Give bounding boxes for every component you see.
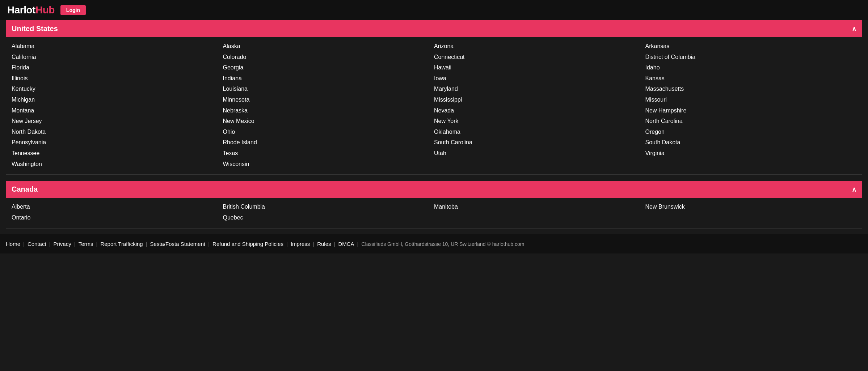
footer-divider: | <box>313 241 314 247</box>
footer: Home|Contact|Privacy|Terms|Report Traffi… <box>0 234 868 253</box>
state-link[interactable]: North Dakota <box>12 127 223 137</box>
state-link[interactable]: Nevada <box>434 106 645 115</box>
header: HarlotHub Login <box>0 0 868 20</box>
footer-link-contact[interactable]: Contact <box>28 241 46 247</box>
canada-section-chevron: ∧ <box>852 186 856 193</box>
state-link[interactable]: Illinois <box>12 74 223 83</box>
login-button[interactable]: Login <box>60 5 86 15</box>
state-link[interactable]: Kentucky <box>12 84 223 94</box>
state-link[interactable]: California <box>12 52 223 62</box>
state-link[interactable]: Idaho <box>645 63 857 72</box>
state-link[interactable]: Louisiana <box>223 84 434 94</box>
footer-divider: | <box>146 241 147 247</box>
state-link[interactable]: District of Columbia <box>645 52 857 62</box>
state-link[interactable]: Oregon <box>645 127 857 137</box>
footer-link-home[interactable]: Home <box>6 241 20 247</box>
state-link[interactable]: Mississippi <box>434 95 645 105</box>
us-section-title: United States <box>12 25 58 33</box>
state-link[interactable]: South Carolina <box>434 138 645 147</box>
state-link[interactable]: New Jersey <box>12 116 223 126</box>
canada-column-4: New Brunswick <box>645 202 857 222</box>
state-link[interactable]: New Hampshire <box>645 106 857 115</box>
footer-company: Classifieds GmbH, Gotthardstrasse 10, UR… <box>362 241 524 247</box>
state-link[interactable]: Colorado <box>223 52 434 62</box>
state-link[interactable]: Georgia <box>223 63 434 72</box>
province-link[interactable]: New Brunswick <box>645 202 857 212</box>
us-column-3: ArizonaConnecticutHawaiiIowaMarylandMiss… <box>434 42 645 169</box>
us-section: United States ∧ AlabamaCaliforniaFlorida… <box>6 20 862 175</box>
canada-state-grid: AlbertaOntario British ColumbiaQuebec Ma… <box>6 198 862 229</box>
state-link[interactable]: Washington <box>12 159 223 169</box>
footer-divider: | <box>49 241 51 247</box>
state-link[interactable]: Alabama <box>12 42 223 51</box>
state-link[interactable]: Missouri <box>645 95 857 105</box>
state-link[interactable]: Virginia <box>645 149 857 158</box>
canada-section-title: Canada <box>12 185 38 193</box>
state-link[interactable]: Texas <box>223 149 434 158</box>
us-state-grid: AlabamaCaliforniaFloridaIllinoisKentucky… <box>6 37 862 175</box>
logo-harlot: Harlot <box>7 4 35 16</box>
state-link[interactable]: Minnesota <box>223 95 434 105</box>
province-link[interactable]: Alberta <box>12 202 223 212</box>
state-link[interactable]: Arkansas <box>645 42 857 51</box>
state-link[interactable]: Utah <box>434 149 645 158</box>
state-link[interactable]: Alaska <box>223 42 434 51</box>
state-link[interactable]: Connecticut <box>434 52 645 62</box>
state-link[interactable]: Hawaii <box>434 63 645 72</box>
province-link[interactable]: Ontario <box>12 213 223 222</box>
state-link[interactable]: Massachusetts <box>645 84 857 94</box>
state-link[interactable]: Montana <box>12 106 223 115</box>
us-column-1: AlabamaCaliforniaFloridaIllinoisKentucky… <box>12 42 223 169</box>
us-column-4: ArkansasDistrict of ColumbiaIdahoKansasM… <box>645 42 857 169</box>
footer-link-impress[interactable]: Impress <box>291 241 310 247</box>
canada-column-3: Manitoba <box>434 202 645 222</box>
footer-link-rules[interactable]: Rules <box>317 241 331 247</box>
state-link[interactable]: Indiana <box>223 74 434 83</box>
footer-divider: | <box>23 241 25 247</box>
state-link[interactable]: Oklahoma <box>434 127 645 137</box>
state-link[interactable]: New Mexico <box>223 116 434 126</box>
logo-hub: Hub <box>35 4 55 16</box>
state-link[interactable]: South Dakota <box>645 138 857 147</box>
footer-link-sesta/fosta-statement[interactable]: Sesta/Fosta Statement <box>150 241 206 247</box>
footer-link-terms[interactable]: Terms <box>79 241 93 247</box>
us-section-header: United States ∧ <box>6 20 862 37</box>
state-link[interactable]: Tennessee <box>12 149 223 158</box>
footer-divider: | <box>74 241 76 247</box>
canada-column-1: AlbertaOntario <box>12 202 223 222</box>
footer-divider: | <box>357 241 359 247</box>
state-link[interactable]: Ohio <box>223 127 434 137</box>
footer-divider: | <box>334 241 336 247</box>
state-link[interactable]: Wisconsin <box>223 159 434 169</box>
state-link[interactable]: Michigan <box>12 95 223 105</box>
state-link[interactable]: Rhode Island <box>223 138 434 147</box>
footer-link-report-trafficking[interactable]: Report Trafficking <box>100 241 143 247</box>
us-column-2: AlaskaColoradoGeorgiaIndianaLouisianaMin… <box>223 42 434 169</box>
main-content: United States ∧ AlabamaCaliforniaFlorida… <box>0 20 868 229</box>
province-link[interactable]: Quebec <box>223 213 434 222</box>
logo: HarlotHub <box>7 4 55 16</box>
footer-divider: | <box>286 241 288 247</box>
state-link[interactable]: Iowa <box>434 74 645 83</box>
canada-section-header: Canada ∧ <box>6 181 862 198</box>
state-link[interactable]: Kansas <box>645 74 857 83</box>
footer-divider: | <box>208 241 210 247</box>
state-link[interactable]: New York <box>434 116 645 126</box>
us-section-chevron: ∧ <box>852 25 856 33</box>
state-link[interactable]: Arizona <box>434 42 645 51</box>
footer-link-privacy[interactable]: Privacy <box>54 241 71 247</box>
footer-link-dmca[interactable]: DMCA <box>338 241 354 247</box>
state-link[interactable]: North Carolina <box>645 116 857 126</box>
state-link[interactable]: Pennsylvania <box>12 138 223 147</box>
footer-link-refund-and-shipping-policies[interactable]: Refund and Shipping Policies <box>212 241 283 247</box>
state-link[interactable]: Florida <box>12 63 223 72</box>
canada-section: Canada ∧ AlbertaOntario British Columbia… <box>6 181 862 229</box>
state-link[interactable]: Nebraska <box>223 106 434 115</box>
footer-links: Home|Contact|Privacy|Terms|Report Traffi… <box>6 241 862 247</box>
province-link[interactable]: Manitoba <box>434 202 645 212</box>
footer-divider: | <box>96 241 97 247</box>
canada-column-2: British ColumbiaQuebec <box>223 202 434 222</box>
state-link[interactable]: Maryland <box>434 84 645 94</box>
province-link[interactable]: British Columbia <box>223 202 434 212</box>
